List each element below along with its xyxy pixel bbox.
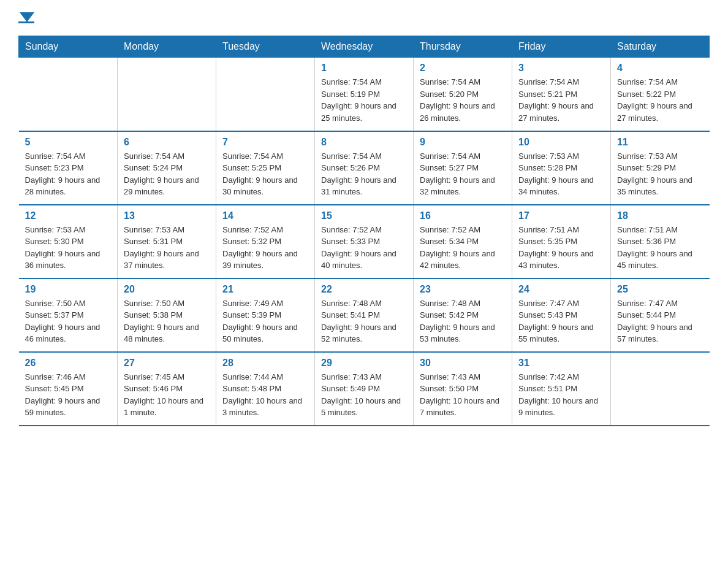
day-sun-info: Sunrise: 7:42 AMSunset: 5:51 PMDaylight:… — [518, 371, 604, 419]
day-sun-info: Sunrise: 7:44 AMSunset: 5:48 PMDaylight:… — [222, 371, 308, 419]
calendar-cell: 23Sunrise: 7:48 AMSunset: 5:42 PMDayligh… — [414, 278, 512, 352]
day-number: 17 — [518, 210, 604, 221]
calendar-cell: 28Sunrise: 7:44 AMSunset: 5:48 PMDayligh… — [216, 352, 315, 426]
calendar-week-row: 26Sunrise: 7:46 AMSunset: 5:45 PMDayligh… — [19, 352, 710, 426]
day-sun-info: Sunrise: 7:47 AMSunset: 5:43 PMDaylight:… — [518, 297, 604, 345]
day-of-week-header: Sunday — [19, 36, 118, 58]
calendar-cell: 17Sunrise: 7:51 AMSunset: 5:35 PMDayligh… — [512, 205, 611, 278]
calendar-cell: 9Sunrise: 7:54 AMSunset: 5:27 PMDaylight… — [414, 131, 512, 205]
day-sun-info: Sunrise: 7:54 AMSunset: 5:21 PMDaylight:… — [518, 76, 604, 124]
day-sun-info: Sunrise: 7:53 AMSunset: 5:28 PMDaylight:… — [518, 150, 604, 198]
calendar-cell: 30Sunrise: 7:43 AMSunset: 5:50 PMDayligh… — [414, 352, 512, 426]
day-sun-info: Sunrise: 7:43 AMSunset: 5:50 PMDaylight:… — [420, 371, 506, 419]
calendar-week-row: 5Sunrise: 7:54 AMSunset: 5:23 PMDaylight… — [19, 131, 710, 205]
day-number: 25 — [617, 284, 703, 295]
logo-underline — [18, 21, 34, 23]
day-number: 30 — [420, 358, 506, 369]
page-header — [18, 12, 710, 23]
day-of-week-header: Thursday — [414, 36, 512, 58]
day-sun-info: Sunrise: 7:50 AMSunset: 5:38 PMDaylight:… — [124, 297, 210, 345]
day-sun-info: Sunrise: 7:45 AMSunset: 5:46 PMDaylight:… — [124, 371, 210, 419]
day-sun-info: Sunrise: 7:53 AMSunset: 5:31 PMDaylight:… — [124, 224, 210, 272]
calendar-cell: 11Sunrise: 7:53 AMSunset: 5:29 PMDayligh… — [611, 131, 710, 205]
calendar-cell: 7Sunrise: 7:54 AMSunset: 5:25 PMDaylight… — [216, 131, 315, 205]
day-sun-info: Sunrise: 7:54 AMSunset: 5:25 PMDaylight:… — [222, 150, 308, 198]
calendar-cell: 2Sunrise: 7:54 AMSunset: 5:20 PMDaylight… — [414, 58, 512, 131]
day-number: 27 — [124, 358, 210, 369]
calendar-cell: 4Sunrise: 7:54 AMSunset: 5:22 PMDaylight… — [611, 58, 710, 131]
calendar-cell: 24Sunrise: 7:47 AMSunset: 5:43 PMDayligh… — [512, 278, 611, 352]
calendar-cell: 3Sunrise: 7:54 AMSunset: 5:21 PMDaylight… — [512, 58, 611, 131]
day-number: 13 — [124, 210, 210, 221]
calendar-cell: 18Sunrise: 7:51 AMSunset: 5:36 PMDayligh… — [611, 205, 710, 278]
day-number: 1 — [321, 63, 407, 74]
calendar-week-row: 19Sunrise: 7:50 AMSunset: 5:37 PMDayligh… — [19, 278, 710, 352]
day-sun-info: Sunrise: 7:54 AMSunset: 5:24 PMDaylight:… — [124, 150, 210, 198]
day-of-week-header: Tuesday — [216, 36, 315, 58]
calendar-cell — [19, 58, 118, 131]
day-number: 24 — [518, 284, 604, 295]
calendar-cell: 29Sunrise: 7:43 AMSunset: 5:49 PMDayligh… — [315, 352, 414, 426]
calendar-cell: 20Sunrise: 7:50 AMSunset: 5:38 PMDayligh… — [118, 278, 216, 352]
day-number: 9 — [420, 137, 506, 148]
day-number: 14 — [222, 210, 308, 221]
day-number: 19 — [25, 284, 112, 295]
calendar-cell: 15Sunrise: 7:52 AMSunset: 5:33 PMDayligh… — [315, 205, 414, 278]
day-of-week-header: Wednesday — [315, 36, 414, 58]
day-number: 29 — [321, 358, 407, 369]
day-number: 4 — [617, 63, 703, 74]
day-of-week-header: Saturday — [611, 36, 710, 58]
day-number: 15 — [321, 210, 407, 221]
day-number: 16 — [420, 210, 506, 221]
calendar-cell: 31Sunrise: 7:42 AMSunset: 5:51 PMDayligh… — [512, 352, 611, 426]
day-number: 20 — [124, 284, 210, 295]
day-sun-info: Sunrise: 7:54 AMSunset: 5:19 PMDaylight:… — [321, 76, 407, 124]
day-sun-info: Sunrise: 7:49 AMSunset: 5:39 PMDaylight:… — [222, 297, 308, 345]
day-number: 2 — [420, 63, 506, 74]
day-sun-info: Sunrise: 7:52 AMSunset: 5:34 PMDaylight:… — [420, 224, 506, 272]
calendar-header-row: SundayMondayTuesdayWednesdayThursdayFrid… — [19, 36, 710, 58]
day-sun-info: Sunrise: 7:48 AMSunset: 5:41 PMDaylight:… — [321, 297, 407, 345]
calendar-cell: 13Sunrise: 7:53 AMSunset: 5:31 PMDayligh… — [118, 205, 216, 278]
calendar-cell: 21Sunrise: 7:49 AMSunset: 5:39 PMDayligh… — [216, 278, 315, 352]
calendar-cell: 19Sunrise: 7:50 AMSunset: 5:37 PMDayligh… — [19, 278, 118, 352]
logo — [18, 12, 34, 23]
calendar-cell — [216, 58, 315, 131]
day-sun-info: Sunrise: 7:53 AMSunset: 5:30 PMDaylight:… — [25, 224, 112, 272]
calendar-cell: 25Sunrise: 7:47 AMSunset: 5:44 PMDayligh… — [611, 278, 710, 352]
calendar-cell: 10Sunrise: 7:53 AMSunset: 5:28 PMDayligh… — [512, 131, 611, 205]
day-of-week-header: Friday — [512, 36, 611, 58]
day-sun-info: Sunrise: 7:53 AMSunset: 5:29 PMDaylight:… — [617, 150, 703, 198]
day-sun-info: Sunrise: 7:52 AMSunset: 5:32 PMDaylight:… — [222, 224, 308, 272]
calendar-week-row: 12Sunrise: 7:53 AMSunset: 5:30 PMDayligh… — [19, 205, 710, 278]
day-number: 28 — [222, 358, 308, 369]
day-number: 31 — [518, 358, 604, 369]
calendar-cell: 16Sunrise: 7:52 AMSunset: 5:34 PMDayligh… — [414, 205, 512, 278]
day-sun-info: Sunrise: 7:48 AMSunset: 5:42 PMDaylight:… — [420, 297, 506, 345]
day-number: 7 — [222, 137, 308, 148]
day-sun-info: Sunrise: 7:54 AMSunset: 5:26 PMDaylight:… — [321, 150, 407, 198]
calendar-cell — [118, 58, 216, 131]
day-sun-info: Sunrise: 7:54 AMSunset: 5:20 PMDaylight:… — [420, 76, 506, 124]
calendar-table: SundayMondayTuesdayWednesdayThursdayFrid… — [18, 36, 710, 426]
day-sun-info: Sunrise: 7:51 AMSunset: 5:36 PMDaylight:… — [617, 224, 703, 272]
calendar-cell — [611, 352, 710, 426]
day-number: 26 — [25, 358, 112, 369]
calendar-week-row: 1Sunrise: 7:54 AMSunset: 5:19 PMDaylight… — [19, 58, 710, 131]
calendar-cell: 6Sunrise: 7:54 AMSunset: 5:24 PMDaylight… — [118, 131, 216, 205]
day-number: 10 — [518, 137, 604, 148]
calendar-cell: 1Sunrise: 7:54 AMSunset: 5:19 PMDaylight… — [315, 58, 414, 131]
day-sun-info: Sunrise: 7:54 AMSunset: 5:23 PMDaylight:… — [25, 150, 112, 198]
calendar-cell: 8Sunrise: 7:54 AMSunset: 5:26 PMDaylight… — [315, 131, 414, 205]
day-of-week-header: Monday — [118, 36, 216, 58]
day-sun-info: Sunrise: 7:54 AMSunset: 5:22 PMDaylight:… — [617, 76, 703, 124]
calendar-cell: 5Sunrise: 7:54 AMSunset: 5:23 PMDaylight… — [19, 131, 118, 205]
calendar-cell: 14Sunrise: 7:52 AMSunset: 5:32 PMDayligh… — [216, 205, 315, 278]
day-sun-info: Sunrise: 7:46 AMSunset: 5:45 PMDaylight:… — [25, 371, 112, 419]
calendar-cell: 12Sunrise: 7:53 AMSunset: 5:30 PMDayligh… — [19, 205, 118, 278]
day-number: 21 — [222, 284, 308, 295]
calendar-cell: 22Sunrise: 7:48 AMSunset: 5:41 PMDayligh… — [315, 278, 414, 352]
day-sun-info: Sunrise: 7:50 AMSunset: 5:37 PMDaylight:… — [25, 297, 112, 345]
day-number: 12 — [25, 210, 112, 221]
day-number: 5 — [25, 137, 112, 148]
